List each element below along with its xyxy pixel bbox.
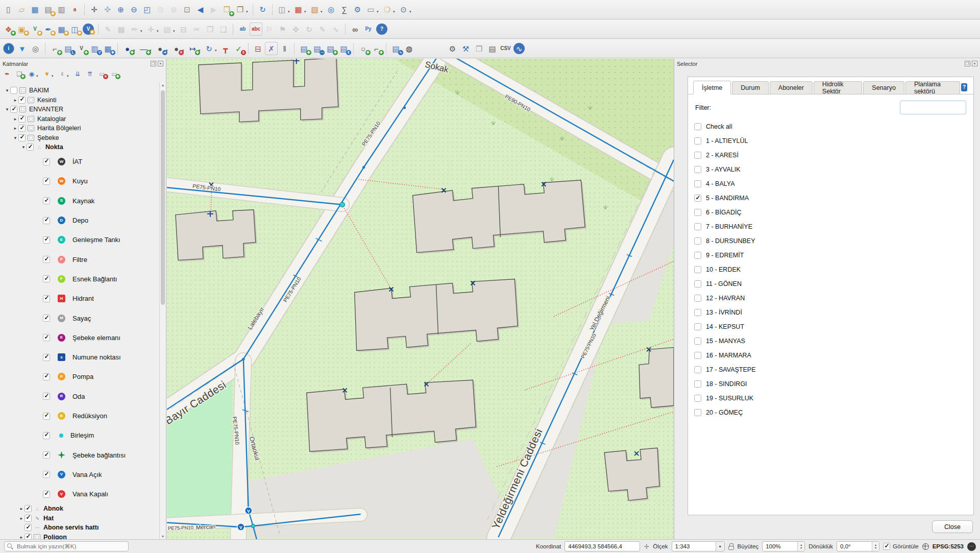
layer-checkbox[interactable] — [27, 143, 34, 151]
zoom-next-button[interactable]: ▶ — [207, 3, 220, 16]
delete-point-button[interactable]: ●✕ ▾ — [170, 42, 186, 55]
style-manager-button[interactable]: a — [68, 3, 81, 16]
open-styling-dock-button[interactable]: ✒ — [2, 69, 12, 79]
pin-labels-button[interactable]: ⚐ — [263, 22, 276, 36]
legend-checkbox[interactable] — [43, 197, 50, 204]
legend-item[interactable]: P Pompa — [0, 367, 159, 387]
legend-item[interactable]: Birleşim — [0, 426, 159, 445]
legend-checkbox[interactable] — [43, 432, 50, 439]
district-checkbox[interactable] — [694, 223, 701, 230]
layer-checkbox[interactable] — [24, 515, 32, 522]
group-checkbox[interactable] — [18, 115, 26, 123]
junction-node-icon[interactable] — [340, 202, 345, 207]
dropdown-arrow-icon[interactable]: ▾ — [321, 10, 324, 14]
card-add-button[interactable]: ▤✚ — [298, 42, 310, 55]
selector-tab[interactable]: Aboneler — [770, 81, 813, 94]
district-checkbox[interactable] — [694, 338, 701, 345]
legend-checkbox[interactable] — [43, 373, 50, 380]
layer-nokta[interactable]: Nokta — [0, 142, 159, 152]
rotate-label-button[interactable]: ↻ — [303, 22, 315, 36]
selector-tab[interactable]: Senaryo — [863, 81, 904, 94]
v-table-button[interactable]: V✚ — [75, 42, 88, 55]
card-list-button[interactable]: ▤⋯ — [311, 42, 324, 55]
legend-item[interactable]: V Vana Kapalı — [0, 485, 159, 504]
district-checkbox[interactable] — [694, 309, 701, 316]
layer-abnok[interactable]: Abnok — [0, 504, 159, 514]
district-checkbox[interactable] — [694, 395, 701, 402]
district-checkbox[interactable] — [694, 209, 701, 216]
extents-icon[interactable]: ✛ — [644, 543, 649, 550]
vertex-tool-button[interactable]: ✛ ▾ — [144, 22, 160, 36]
delete-feature-button[interactable]: ⊟ — [252, 42, 264, 55]
legend-checkbox[interactable] — [43, 354, 50, 361]
legend-item[interactable]: E Şebeke elemanı — [0, 328, 159, 347]
dropdown-arrow-icon[interactable]: ▾ — [140, 29, 144, 33]
add-wfs-layer-button[interactable]: V✱ — [82, 22, 95, 36]
district-checkbox[interactable] — [694, 152, 701, 159]
expander-icon[interactable] — [18, 516, 24, 521]
district-item[interactable]: 3 - AYVALIK — [692, 162, 973, 177]
add-virtual-layer-button[interactable]: ▦✱ — [55, 22, 68, 36]
legend-item[interactable]: D Depo — [0, 210, 159, 230]
selector-tab[interactable]: İşletme — [693, 81, 731, 94]
expander-icon[interactable] — [4, 107, 10, 112]
map-tips-button[interactable]: ❍ ▾ — [381, 3, 397, 16]
toolbar-gap[interactable] — [416, 42, 446, 55]
district-item[interactable]: 13 - İVRİNDİ — [692, 305, 973, 320]
legend-item[interactable]: F Esnek Bağlantı — [0, 269, 159, 288]
cancel-box-button[interactable]: ✗ — [265, 42, 278, 55]
dropdown-arrow-icon[interactable]: ▾ — [288, 10, 291, 14]
dropdown-arrow-icon[interactable]: ▾ — [409, 10, 413, 14]
group-checkbox[interactable] — [10, 106, 17, 113]
scrollbar-thumb[interactable] — [161, 90, 165, 305]
card-currency-button[interactable]: ▤€ — [337, 42, 350, 55]
zoom-to-layer-button[interactable]: ⊚ — [167, 3, 180, 16]
delete-selected-button[interactable]: ⊟ — [177, 22, 190, 36]
district-checkbox[interactable] — [694, 180, 701, 187]
district-checkbox[interactable] — [694, 366, 701, 373]
help-button[interactable]: ? — [375, 22, 388, 36]
identify-plus-button[interactable]: i — [2, 42, 15, 55]
render-checkbox[interactable] — [883, 543, 890, 550]
district-item[interactable]: 1 - ALTIEYLÜL — [692, 134, 973, 148]
add-wms-layer-button[interactable]: ◫✱ — [68, 22, 81, 36]
layer-group-kesinti[interactable]: Kesinti — [0, 95, 159, 105]
float-panel-button[interactable]: ❐ — [151, 61, 156, 66]
legend-checkbox[interactable] — [43, 236, 50, 244]
refresh-map-button[interactable]: ↻ — [256, 3, 269, 16]
layer-checkbox[interactable] — [24, 505, 32, 512]
print-button[interactable]: ▤ — [486, 42, 499, 55]
move-point-button[interactable]: ●➜ ▾ — [154, 42, 169, 55]
legend-item[interactable]: W Kuyu — [0, 172, 159, 191]
scale-combo[interactable]: 1:343▼ — [672, 541, 725, 551]
selector-tab[interactable]: Hidrolik Sektör — [814, 81, 862, 94]
pan-to-selection-button[interactable]: ✜ — [101, 3, 114, 16]
scroll-down-icon[interactable]: ▼ — [160, 535, 166, 538]
spin-arrows-icon[interactable] — [797, 542, 804, 551]
legend-item[interactable]: E Genleşme Tankı — [0, 230, 159, 250]
remove-layer-button[interactable]: ▭✕ — [97, 69, 107, 79]
expand-all-button[interactable]: ⇊ — [72, 69, 83, 79]
legend-checkbox[interactable] — [43, 217, 50, 224]
legend-item[interactable]: S Kaynak — [0, 191, 159, 210]
district-item[interactable]: 2 - KARESİ — [692, 148, 973, 162]
filter-input[interactable] — [900, 101, 966, 114]
close-panel-button[interactable]: ✕ — [972, 61, 977, 66]
add-feature-button[interactable]: ✏ ▾ — [128, 22, 144, 36]
group-checkbox[interactable] — [18, 125, 26, 132]
labeling-rules-button[interactable]: abc — [250, 22, 262, 36]
group-checkbox[interactable] — [10, 87, 17, 94]
log-button[interactable]: ❐ — [473, 42, 485, 55]
layer-hat[interactable]: Hat — [0, 513, 159, 523]
zoom-out-button[interactable]: ⊖ — [128, 3, 140, 16]
sync-button[interactable]: ↻ ▾ — [203, 42, 218, 55]
chart-card-button[interactable]: ▤∿ — [389, 42, 402, 55]
globe-dark-button[interactable]: ◍ — [403, 42, 415, 55]
expander-icon[interactable] — [18, 506, 24, 511]
district-item[interactable]: 16 - MARMARA — [692, 348, 973, 363]
messages-icon[interactable]: ⋯ — [967, 542, 976, 551]
csv-button[interactable]: CSV — [499, 42, 512, 55]
legend-checkbox[interactable] — [43, 413, 50, 420]
legend-item[interactable]: s Numune noktası — [0, 347, 159, 367]
district-checkbox[interactable] — [694, 237, 701, 245]
